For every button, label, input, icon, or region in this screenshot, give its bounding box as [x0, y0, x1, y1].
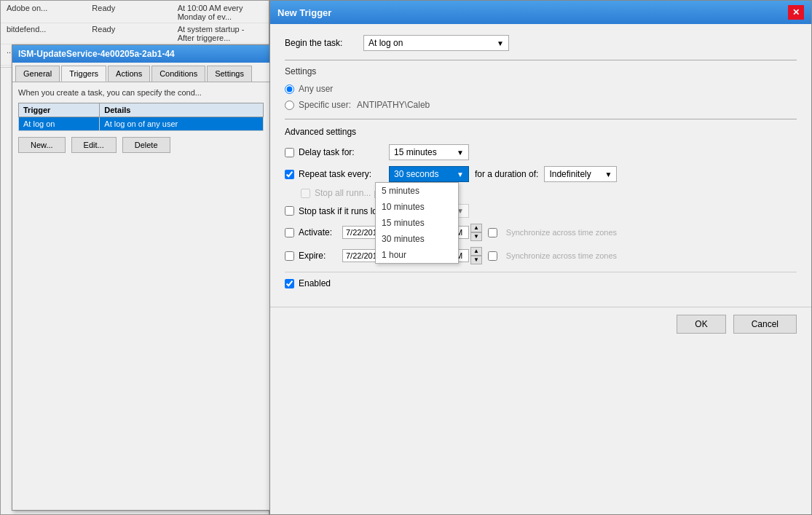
settings-group: Settings Any user Specific user: ANTIPAT… [285, 60, 797, 110]
repeat-task-label: Repeat task every: [299, 169, 386, 179]
delay-task-checkbox[interactable] [285, 148, 294, 157]
col-trigger: Trigger [19, 103, 100, 117]
repeat-task-row: Repeat task every: 30 seconds ▼ for a du… [285, 166, 797, 182]
close-button[interactable]: ✕ [788, 5, 804, 20]
dialog-title: New Trigger [277, 7, 331, 18]
expire-sync-checkbox[interactable] [488, 251, 497, 261]
expire-row: Expire: ▼ ▲ ▼ Synchronize across time zo… [285, 247, 797, 264]
duration-label: for a duration of: [475, 169, 538, 179]
tab-settings[interactable]: Settings [207, 66, 252, 82]
delay-task-label: Delay task for: [299, 147, 386, 157]
stop-running-row: Stop all runn... petition duration [285, 188, 797, 198]
ok-button[interactable]: OK [677, 315, 725, 334]
begin-task-label: Begin the task: [285, 38, 358, 48]
task-buttons: New... Edit... Delete [18, 137, 264, 153]
repeat-task-value: 30 seconds [394, 169, 438, 179]
specific-user-value: ANTIPATHY\Caleb [357, 100, 430, 110]
activate-time-up-button[interactable]: ▲ [470, 224, 482, 232]
expire-time-up-button[interactable]: ▲ [470, 247, 482, 256]
duration-arrow-icon: ▼ [604, 170, 612, 178]
edit-button[interactable]: Edit... [71, 137, 117, 153]
expire-label: Expire: [299, 251, 342, 261]
delay-task-row: Delay task for: 15 minutes ▼ [285, 144, 797, 160]
activate-checkbox[interactable] [285, 228, 294, 237]
dialog-title-bar: New Trigger ✕ [270, 1, 811, 24]
option-15min[interactable]: 15 minutes [376, 215, 458, 231]
bg-row-2-details: At system startup - After triggere... [178, 25, 263, 42]
repeat-dropdown-menu: 5 minutes 10 minutes 15 minutes 30 minut… [375, 182, 459, 264]
task-properties-window: ISM-UpdateService-4e00205a-2ab1-44 Gener… [12, 44, 270, 511]
stop-running-label: Stop all runn... [315, 188, 371, 198]
activate-sync-label: Synchronize across time zones [506, 228, 617, 237]
enabled-label: Enabled [299, 278, 331, 288]
bg-row-2: bitdefend... Ready At system startup - A… [1, 23, 269, 44]
expire-time-spin: ▲ ▼ [470, 247, 482, 264]
task-tabs: General Triggers Actions Conditions Sett… [12, 63, 269, 82]
delay-task-value: 15 minutes [394, 147, 437, 157]
task-content: When you create a task, you can specify … [12, 82, 269, 159]
enabled-checkbox[interactable] [285, 279, 294, 288]
advanced-settings: Advanced settings Delay task for: 15 min… [285, 119, 797, 264]
task-title-bar: ISM-UpdateService-4e00205a-2ab1-44 [12, 45, 269, 63]
duration-dropdown[interactable]: Indefinitely ▼ [544, 166, 617, 182]
dialog-footer: OK Cancel [270, 307, 811, 341]
expire-checkbox[interactable] [285, 251, 294, 261]
option-1hour[interactable]: 1 hour [376, 247, 458, 263]
settings-title: Settings [285, 66, 797, 76]
activate-label: Activate: [299, 227, 342, 237]
begin-task-value: At log on [368, 38, 403, 48]
cancel-button[interactable]: Cancel [733, 315, 797, 334]
task-title: ISM-UpdateService-4e00205a-2ab1-44 [18, 49, 175, 59]
activate-sync-checkbox[interactable] [488, 228, 497, 237]
any-user-radio[interactable] [285, 84, 294, 94]
specific-user-radio[interactable] [285, 101, 294, 110]
col-details: Details [100, 103, 264, 117]
trigger-table: Trigger Details At log on At log on of a… [18, 103, 264, 131]
background-panel: Adobe on... Ready At 10:00 AM every Mond… [0, 0, 269, 515]
row-trigger: At log on [19, 117, 100, 131]
bg-row-2-name: bitdefend... [7, 25, 92, 42]
row-details: At log on of any user [100, 117, 264, 131]
activate-time-down-button[interactable]: ▼ [470, 232, 482, 241]
activate-row: Activate: ▼ ▲ ▼ Synchronize across time … [285, 224, 797, 241]
delete-button[interactable]: Delete [122, 137, 170, 153]
stop-task-label: Stop task if it runs lo... [299, 206, 386, 216]
bg-row-1-name: Adobe on... [7, 4, 92, 21]
stop-running-checkbox[interactable] [301, 189, 310, 198]
new-trigger-dialog: New Trigger ✕ Begin the task: At log on … [269, 0, 812, 515]
bg-row-1: Adobe on... Ready At 10:00 AM every Mond… [1, 2, 269, 23]
stop-task-checkbox[interactable] [285, 206, 294, 216]
bg-row-2-status: Ready [92, 25, 177, 42]
task-description: When you create a task, you can specify … [18, 88, 264, 97]
repeat-task-dropdown[interactable]: 30 seconds ▼ [389, 166, 469, 182]
expire-time-down-button[interactable]: ▼ [470, 256, 482, 264]
begin-task-row: Begin the task: At log on ▼ [285, 35, 797, 51]
stop-task-row: Stop task if it runs lo... ▼ [285, 204, 797, 218]
specific-user-row: Specific user: ANTIPATHY\Caleb [285, 100, 797, 110]
begin-task-dropdown[interactable]: At log on ▼ [363, 35, 509, 51]
table-row[interactable]: At log on At log on of any user [19, 117, 264, 131]
dialog-body: Begin the task: At log on ▼ Settings Any… [270, 24, 811, 299]
tab-conditions[interactable]: Conditions [151, 66, 205, 82]
activate-time-spin: ▲ ▼ [470, 224, 482, 241]
bg-row-1-status: Ready [92, 4, 177, 21]
option-30min[interactable]: 30 minutes [376, 231, 458, 247]
delay-task-dropdown[interactable]: 15 minutes ▼ [389, 144, 469, 160]
bg-row-1-details: At 10:00 AM every Monday of ev... [178, 4, 263, 21]
tab-general[interactable]: General [15, 66, 60, 82]
tab-actions[interactable]: Actions [108, 66, 150, 82]
any-user-row: Any user [285, 84, 797, 94]
option-10min[interactable]: 10 minutes [376, 199, 458, 215]
begin-task-arrow-icon: ▼ [497, 39, 504, 47]
enabled-row: Enabled [285, 272, 797, 288]
advanced-title: Advanced settings [285, 127, 797, 137]
repeat-dropdown-arrow-icon: ▼ [457, 170, 464, 178]
repeat-task-checkbox[interactable] [285, 170, 294, 179]
duration-value: Indefinitely [549, 169, 591, 179]
option-5min[interactable]: 5 minutes [376, 183, 458, 199]
tab-triggers[interactable]: Triggers [61, 66, 106, 82]
any-user-label: Any user [299, 84, 333, 94]
delay-dropdown-arrow-icon: ▼ [457, 149, 464, 157]
new-button[interactable]: New... [18, 137, 66, 153]
expire-sync-label: Synchronize across time zones [506, 251, 617, 260]
